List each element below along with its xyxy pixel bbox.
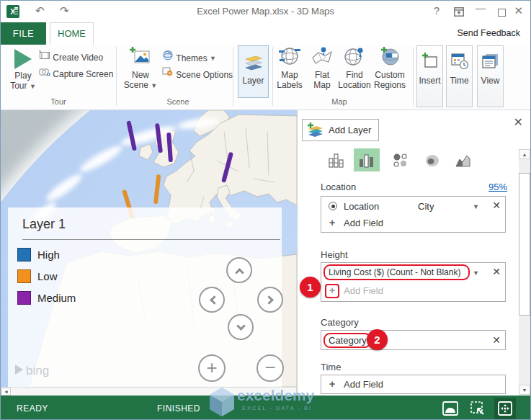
time-icon <box>450 52 469 71</box>
group-label-map: Map <box>321 97 357 106</box>
maximize-icon[interactable] <box>498 6 506 19</box>
time-add-field[interactable]: Add Field <box>344 379 383 390</box>
category-field-value[interactable]: Category <box>329 335 367 346</box>
pane-vertical-scrollbar[interactable]: ▲ ▼ <box>519 149 530 395</box>
bing-icon <box>15 365 23 375</box>
pan-down-button[interactable] <box>228 314 254 340</box>
category-section-label: Category <box>321 317 359 328</box>
location-field-value[interactable]: City <box>418 201 434 212</box>
insert-button[interactable]: Insert <box>416 45 443 107</box>
height-field-value[interactable]: Living Cost ($) (Count - Not Blank) <box>329 267 460 277</box>
layer-button[interactable]: Layer <box>238 45 269 98</box>
location-section-label: Location <box>321 182 356 192</box>
location-radio[interactable] <box>329 202 337 210</box>
tab-home[interactable]: HOME <box>50 22 94 45</box>
pan-left-button[interactable] <box>199 287 225 313</box>
film-icon <box>38 50 50 60</box>
height-dropdown-icon[interactable]: ▼ <box>473 269 479 277</box>
help-icon[interactable]: ? <box>434 4 439 17</box>
chart-type-clustered-column-selected[interactable] <box>354 148 380 171</box>
find-location-button[interactable]: FindLocation <box>338 46 371 90</box>
status-finished: FINISHED <box>157 403 200 414</box>
bing-logo: bing <box>15 364 49 378</box>
group-label-tour: Tour <box>40 97 76 106</box>
insert-icon <box>421 52 439 71</box>
flat-map-toggle-icon[interactable] <box>439 398 461 419</box>
pane-scroll-down-icon[interactable]: ▼ <box>519 385 530 395</box>
capture-screen-button[interactable]: Capture Screen <box>38 66 113 79</box>
flat-map-button[interactable]: FlatMap <box>308 46 336 90</box>
location-add-field[interactable]: Add Field <box>344 218 383 228</box>
themes-globe-icon <box>162 50 174 61</box>
height-remove-icon[interactable]: ✕ <box>492 266 501 277</box>
location-field-box: Location City ▼ ✕ + Add Field <box>321 196 506 233</box>
group-label-scene: Scene <box>159 97 197 106</box>
map-labels-icon <box>279 46 300 68</box>
create-video-button[interactable]: Create Video <box>38 50 103 63</box>
category-remove-icon[interactable]: ✕ <box>492 334 501 346</box>
height-add-field[interactable]: Add Field <box>344 285 383 296</box>
time-button[interactable]: Time <box>446 45 473 107</box>
chart-type-heatmap[interactable] <box>419 148 445 171</box>
close-window-icon[interactable]: ✕ <box>514 4 523 17</box>
capture-region-icon[interactable] <box>467 398 488 419</box>
window-title: Excel Power Map.xlsx - 3D Maps <box>1 6 530 17</box>
height-add-field-plus-icon[interactable]: + <box>329 285 335 296</box>
location-accuracy-link[interactable]: 95% <box>488 182 507 192</box>
new-scene-button[interactable]: New Scene ▼ <box>123 46 158 90</box>
minimize-icon[interactable]: — <box>476 2 486 14</box>
pan-right-button[interactable] <box>257 287 283 313</box>
pane-scrollbar-thumb[interactable] <box>519 173 530 316</box>
zoom-out-button[interactable]: − <box>256 354 284 382</box>
app-window: X ↶ ↷ Excel Power Map.xlsx - 3D Maps ? —… <box>0 0 531 420</box>
chart-type-stacked-column[interactable] <box>323 148 349 171</box>
legend-swatch-low <box>17 269 31 283</box>
location-add-field-plus-icon[interactable]: + <box>329 217 335 228</box>
time-section-label: Time <box>321 362 341 372</box>
ribbon-tab-row: FILE HOME Send Feedback <box>1 22 530 45</box>
time-add-field-plus-icon[interactable]: + <box>329 378 335 390</box>
custom-regions-button[interactable]: CustomRegions <box>372 46 407 90</box>
pan-mode-icon[interactable] <box>494 398 516 419</box>
legend-swatch-high <box>17 248 31 262</box>
camera-icon <box>38 66 50 76</box>
tab-file[interactable]: FILE <box>1 22 46 45</box>
new-scene-icon <box>130 46 151 68</box>
scroll-left-arrow-icon[interactable]: ◄ <box>1 388 11 396</box>
zoom-in-button[interactable]: + <box>198 354 226 382</box>
play-tour-button[interactable]: Play Tour ▼ <box>6 46 40 91</box>
pan-up-button[interactable] <box>226 257 252 283</box>
chart-type-region[interactable] <box>450 148 476 171</box>
location-dropdown-icon[interactable]: ▼ <box>473 203 479 210</box>
ribbon-options-icon[interactable] <box>454 6 464 19</box>
send-feedback-link[interactable]: Send Feedback <box>457 28 520 38</box>
pane-close-icon[interactable]: ✕ <box>514 115 523 129</box>
category-field-box: Category ✕ <box>321 330 506 350</box>
add-layer-button[interactable]: Add Layer <box>302 119 379 141</box>
scene-options-button[interactable]: Scene Options <box>162 66 233 79</box>
view-button[interactable]: View <box>477 45 504 107</box>
legend-swatch-medium <box>17 291 31 305</box>
time-field-box: + Add Field <box>321 375 506 394</box>
location-field-name: Location <box>344 201 379 212</box>
layer-task-pane: ✕ Add Layer Location 95% <box>297 110 531 396</box>
play-icon <box>14 49 32 69</box>
annotation-badge-1: 1 <box>300 277 321 298</box>
themes-button[interactable]: Themes ▼ <box>162 50 216 63</box>
scene-options-gear-icon <box>162 66 174 77</box>
layer-icon <box>244 52 264 73</box>
ribbon: Play Tour ▼ Create Video Capture Screen … <box>1 45 530 110</box>
pane-scroll-up-icon[interactable]: ▲ <box>519 149 530 159</box>
flat-map-icon <box>311 46 333 68</box>
annotation-badge-2: 2 <box>367 329 388 350</box>
find-location-icon <box>344 46 365 68</box>
map-viewport[interactable]: Layer 1 High Low Medium + − bing <box>1 110 297 387</box>
map-labels-button[interactable]: MapLabels <box>275 46 305 90</box>
view-icon <box>481 52 500 71</box>
location-remove-icon[interactable]: ✕ <box>492 200 501 211</box>
legend-panel: Layer 1 High Low Medium <box>8 207 282 387</box>
height-field-box: Living Cost ($) (Count - Not Blank) ▼ ✕ … <box>321 262 506 302</box>
legend-title: Layer 1 <box>22 217 66 232</box>
height-section-label: Height <box>321 249 348 260</box>
chart-type-bubble[interactable] <box>388 148 414 171</box>
